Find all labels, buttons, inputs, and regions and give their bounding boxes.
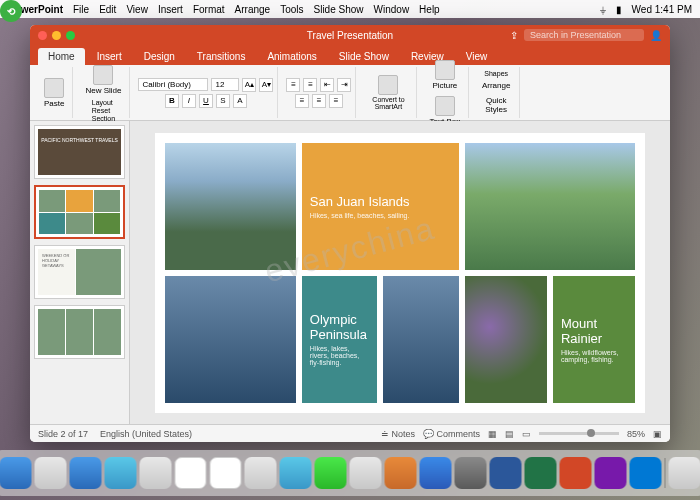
shapes-button[interactable]: Shapes	[484, 70, 508, 77]
slideshow-view-button[interactable]: ▭	[522, 429, 531, 439]
macos-dock	[0, 450, 700, 496]
dock-reminders[interactable]	[245, 457, 277, 489]
macos-menubar: PowerPoint File Edit View Insert Format …	[0, 0, 700, 18]
dock-trash[interactable]	[669, 457, 701, 489]
underline-button[interactable]: U	[199, 94, 213, 108]
thumbnail-1[interactable]: PACIFIC NORTHWEST TRAVELS	[34, 125, 125, 179]
dock-outlook[interactable]	[630, 457, 662, 489]
font-select[interactable]: Calibri (Body)	[138, 78, 208, 91]
paste-button[interactable]: Paste	[40, 76, 68, 110]
ribbon-tabs: Home Insert Design Transitions Animation…	[30, 45, 670, 65]
wifi-icon[interactable]: ⏚	[600, 4, 606, 15]
slide-content: San Juan Islands Hikes, sea life, beache…	[155, 133, 645, 413]
menu-format[interactable]: Format	[193, 4, 225, 15]
reset-button[interactable]: Reset	[92, 107, 115, 114]
language-indicator[interactable]: English (United States)	[100, 429, 192, 439]
dock-contacts[interactable]	[140, 457, 172, 489]
menu-slideshow[interactable]: Slide Show	[314, 4, 364, 15]
minimize-button[interactable]	[52, 31, 61, 40]
dock-mail[interactable]	[105, 457, 137, 489]
thumbnail-4[interactable]	[34, 305, 125, 359]
tab-home[interactable]: Home	[38, 48, 85, 65]
menu-help[interactable]: Help	[419, 4, 440, 15]
align-right-button[interactable]: ≡	[329, 94, 343, 108]
menu-tools[interactable]: Tools	[280, 4, 303, 15]
dock-itunes[interactable]	[385, 457, 417, 489]
zoom-slider[interactable]	[539, 432, 619, 435]
image-tile-fishing[interactable]	[383, 276, 459, 403]
slide-counter: Slide 2 of 17	[38, 429, 88, 439]
thumbnail-3[interactable]: WEEKEND OR HOLIDAY GETAWAYS	[34, 245, 125, 299]
text-tile-rainier[interactable]: Mount Rainier Hikes, wildflowers, campin…	[553, 276, 635, 403]
fit-button[interactable]: ▣	[653, 429, 662, 439]
dock-safari[interactable]	[70, 457, 102, 489]
dock-calendar[interactable]	[175, 457, 207, 489]
dock-facetime[interactable]	[315, 457, 347, 489]
menu-arrange[interactable]: Arrange	[235, 4, 271, 15]
italic-button[interactable]: I	[182, 94, 196, 108]
menu-file[interactable]: File	[73, 4, 89, 15]
maximize-button[interactable]	[66, 31, 75, 40]
comments-button[interactable]: 💬 Comments	[423, 429, 480, 439]
search-input[interactable]: Search in Presentation	[524, 29, 644, 41]
decrease-font-button[interactable]: A▾	[259, 78, 273, 92]
dock-photobooth[interactable]	[350, 457, 382, 489]
layout-button[interactable]: Layout	[92, 99, 115, 106]
menu-insert[interactable]: Insert	[158, 4, 183, 15]
text-tile-sanjuan[interactable]: San Juan Islands Hikes, sea life, beache…	[302, 143, 459, 270]
image-tile-mountain[interactable]	[165, 143, 296, 270]
share-icon[interactable]: ⇪	[510, 30, 518, 41]
sorter-view-button[interactable]: ▤	[505, 429, 514, 439]
slide-canvas[interactable]: San Juan Islands Hikes, sea life, beache…	[130, 121, 670, 424]
clock[interactable]: Wed 1:41 PM	[632, 4, 692, 15]
dock-messages[interactable]	[280, 457, 312, 489]
user-icon[interactable]: 👤	[650, 30, 662, 41]
thumbnail-2[interactable]	[34, 185, 125, 239]
indent-left-button[interactable]: ⇤	[320, 78, 334, 92]
font-size-select[interactable]: 12	[211, 78, 239, 91]
image-tile-lake[interactable]	[165, 276, 296, 403]
image-tile-panorama[interactable]	[465, 143, 635, 270]
dock-onenote[interactable]	[595, 457, 627, 489]
clipboard-icon	[44, 78, 64, 98]
convert-smartart-button[interactable]: Convert to SmartArt	[364, 73, 412, 112]
dock-excel[interactable]	[525, 457, 557, 489]
tab-view[interactable]: View	[456, 48, 498, 65]
bold-button[interactable]: B	[165, 94, 179, 108]
picture-button[interactable]: Picture	[428, 58, 461, 92]
numbering-button[interactable]: ≡	[303, 78, 317, 92]
brand-logo: ⟲	[0, 0, 22, 22]
dock-powerpoint[interactable]	[560, 457, 592, 489]
close-button[interactable]	[38, 31, 47, 40]
arrange-button[interactable]: Arrange	[478, 79, 514, 92]
notes-button[interactable]: ≐ Notes	[381, 429, 415, 439]
battery-icon[interactable]: ▮	[616, 4, 622, 15]
dock-launchpad[interactable]	[35, 457, 67, 489]
dock-settings[interactable]	[455, 457, 487, 489]
text-tile-olympic[interactable]: Olympic Peninsula Hikes, lakes, rivers, …	[302, 276, 378, 403]
dock-appstore[interactable]	[420, 457, 452, 489]
normal-view-button[interactable]: ▦	[488, 429, 497, 439]
align-center-button[interactable]: ≡	[312, 94, 326, 108]
menu-view[interactable]: View	[126, 4, 148, 15]
bullets-button[interactable]: ≡	[286, 78, 300, 92]
strike-button[interactable]: S	[216, 94, 230, 108]
quick-styles-button[interactable]: Quick Styles	[477, 94, 515, 116]
dock-notes[interactable]	[210, 457, 242, 489]
dock-finder[interactable]	[0, 457, 32, 489]
image-tile-flowers[interactable]	[465, 276, 547, 403]
font-color-button[interactable]: A	[233, 94, 247, 108]
dock-word[interactable]	[490, 457, 522, 489]
tab-slideshow[interactable]: Slide Show	[329, 48, 399, 65]
tab-animations[interactable]: Animations	[257, 48, 326, 65]
tab-transitions[interactable]: Transitions	[187, 48, 256, 65]
align-left-button[interactable]: ≡	[295, 94, 309, 108]
indent-right-button[interactable]: ⇥	[337, 78, 351, 92]
tab-design[interactable]: Design	[134, 48, 185, 65]
text-box-icon	[435, 96, 455, 116]
menu-window[interactable]: Window	[374, 4, 410, 15]
menu-edit[interactable]: Edit	[99, 4, 116, 15]
new-slide-button[interactable]: New Slide	[81, 63, 125, 97]
increase-font-button[interactable]: A▴	[242, 78, 256, 92]
zoom-level[interactable]: 85%	[627, 429, 645, 439]
